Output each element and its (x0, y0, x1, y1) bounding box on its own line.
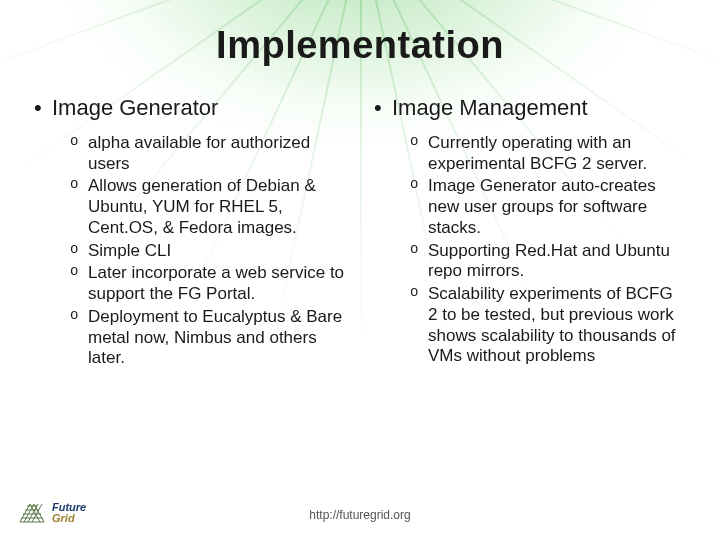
content-columns: Image Generator alpha available for auth… (0, 67, 720, 371)
list-item: Allows generation of Debian & Ubuntu, YU… (70, 176, 346, 238)
logo: Future Grid (18, 500, 86, 526)
list-item: Supporting Red.Hat and Ubuntu repo mirro… (410, 241, 686, 282)
list-item: alpha available for authorized users (70, 133, 346, 174)
list-item: Currently operating with an experimental… (410, 133, 686, 174)
list-item: Later incorporate a web service to suppo… (70, 263, 346, 304)
right-heading: Image Management (374, 95, 686, 121)
page-title: Implementation (0, 0, 720, 67)
list-item: Deployment to Eucalyptus & Bare metal no… (70, 307, 346, 369)
list-item: Image Generator auto-creates new user gr… (410, 176, 686, 238)
left-column: Image Generator alpha available for auth… (34, 95, 346, 371)
logo-text: Future Grid (52, 502, 86, 524)
list-item: Scalability experiments of BCFG 2 to be … (410, 284, 686, 367)
grid-icon (18, 500, 48, 526)
right-list: Currently operating with an experimental… (374, 133, 686, 367)
list-item: Simple CLI (70, 241, 346, 262)
logo-line2: Grid (52, 512, 75, 524)
right-column: Image Management Currently operating wit… (374, 95, 686, 371)
footer-url: http://futuregrid.org (0, 508, 720, 522)
slide: Implementation Image Generator alpha ava… (0, 0, 720, 540)
left-heading: Image Generator (34, 95, 346, 121)
left-list: alpha available for authorized users All… (34, 133, 346, 369)
